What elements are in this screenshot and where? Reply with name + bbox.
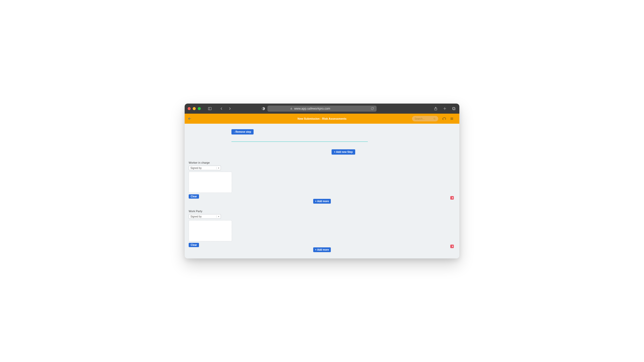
window-controls: [188, 107, 201, 110]
signed-by-dropdown-party[interactable]: Signed by ▾: [189, 214, 221, 219]
step-divider: [231, 142, 368, 142]
truncated-select-fragment: [189, 124, 455, 125]
signed-by-value: Signed by: [190, 215, 202, 218]
browser-window: www.app.safeworkpro.com New Submission -…: [185, 104, 459, 258]
add-more-party-button[interactable]: + Add more: [313, 247, 331, 252]
privacy-shield-icon[interactable]: [261, 106, 266, 111]
svg-line-12: [435, 119, 435, 120]
search-field[interactable]: [412, 116, 438, 121]
minimize-window-button[interactable]: [193, 107, 196, 110]
new-tab-icon[interactable]: [442, 106, 447, 111]
remove-worker-button[interactable]: x: [450, 196, 454, 200]
worker-in-charge-label: Worker in charge: [189, 161, 455, 164]
add-new-step-button[interactable]: + Add new Step: [332, 149, 355, 155]
svg-rect-0: [208, 107, 211, 110]
page-title: New Submission - Risk Assessments: [298, 117, 347, 120]
app-back-icon[interactable]: [187, 116, 192, 121]
signature-pad-worker[interactable]: [189, 172, 232, 193]
titlebar-right: [433, 106, 456, 111]
remove-step-button[interactable]: - Remove step: [231, 129, 254, 134]
address-bar[interactable]: www.app.safeworkpro.com: [267, 106, 377, 112]
url-text: www.app.safeworkpro.com: [294, 107, 330, 110]
reload-icon[interactable]: [371, 107, 374, 110]
worker-in-charge-block: Signed by ▾ Clear + Add more x: [189, 166, 455, 204]
step-container: - Remove step: [231, 129, 368, 142]
signed-by-dropdown-worker[interactable]: Signed by ▾: [189, 166, 221, 170]
clear-signature-button-party[interactable]: Clear: [189, 243, 199, 247]
lock-icon: [290, 107, 293, 110]
svg-rect-8: [453, 108, 455, 110]
clear-signature-button-worker[interactable]: Clear: [189, 194, 199, 199]
search-input[interactable]: [415, 117, 430, 120]
back-icon[interactable]: [219, 106, 224, 111]
remove-party-button[interactable]: x: [450, 245, 454, 248]
work-party-block: Signed by ▾ Clear + Add more x: [189, 214, 455, 252]
svg-rect-3: [291, 109, 292, 110]
signed-by-value: Signed by: [190, 167, 202, 169]
tab-overview-icon[interactable]: [451, 106, 456, 111]
signature-pad-party[interactable]: [189, 220, 232, 241]
app-toolbar: New Submission - Risk Assessments: [185, 114, 459, 124]
nav-buttons: [219, 106, 232, 111]
forward-icon[interactable]: [227, 106, 232, 111]
menu-icon[interactable]: [449, 116, 454, 121]
chevron-down-icon: ▾: [216, 215, 219, 218]
zoom-window-button[interactable]: [198, 107, 201, 110]
share-icon[interactable]: [433, 106, 438, 111]
sidebar-toggle-icon[interactable]: [207, 106, 212, 111]
cloud-sync-icon[interactable]: [442, 116, 447, 121]
chevron-down-icon: ▾: [216, 167, 219, 169]
add-more-worker-button[interactable]: + Add more: [313, 199, 331, 204]
page-body: - Remove step + Add new Step Worker in c…: [185, 124, 459, 258]
close-window-button[interactable]: [188, 107, 191, 110]
search-icon: [433, 117, 436, 120]
work-party-label: Work Party: [189, 210, 455, 213]
browser-titlebar: www.app.safeworkpro.com: [185, 104, 459, 114]
svg-rect-9: [453, 107, 455, 110]
svg-point-11: [434, 118, 435, 119]
